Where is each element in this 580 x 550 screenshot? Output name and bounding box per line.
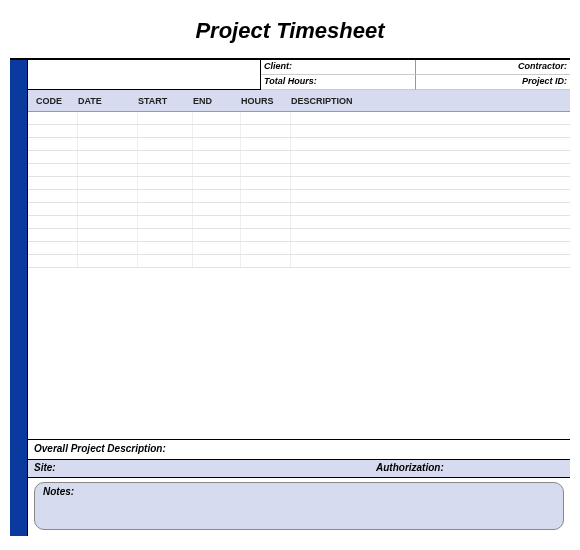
table-row <box>28 242 570 255</box>
table-row <box>28 229 570 242</box>
notes-wrap: Notes: <box>28 478 570 536</box>
cell-code <box>28 190 78 202</box>
cell-hours <box>241 138 291 150</box>
project-id-label: Project ID: <box>416 75 571 90</box>
client-label: Client: <box>261 60 416 75</box>
cell-date <box>78 112 138 124</box>
cell-end <box>193 138 241 150</box>
cell-desc <box>291 190 570 202</box>
cell-end <box>193 190 241 202</box>
cell-date <box>78 138 138 150</box>
info-row: Client: Contractor: Total Hours: Project… <box>28 60 570 90</box>
cell-hours <box>241 190 291 202</box>
cell-desc <box>291 203 570 215</box>
notes-box: Notes: <box>34 482 564 530</box>
cell-desc <box>291 255 570 267</box>
cell-desc <box>291 164 570 176</box>
cell-date <box>78 242 138 254</box>
left-accent-bar <box>10 60 28 536</box>
notes-label: Notes: <box>43 486 74 497</box>
cell-code <box>28 255 78 267</box>
cell-desc <box>291 138 570 150</box>
table-row <box>28 190 570 203</box>
cell-end <box>193 216 241 228</box>
cell-desc <box>291 242 570 254</box>
col-header-date: DATE <box>78 96 138 106</box>
page-title: Project Timesheet <box>0 0 580 58</box>
cell-code <box>28 229 78 241</box>
cell-hours <box>241 242 291 254</box>
cell-end <box>193 229 241 241</box>
table-row <box>28 203 570 216</box>
info-cells: Client: Contractor: Total Hours: Project… <box>260 60 570 89</box>
main-area: Client: Contractor: Total Hours: Project… <box>28 60 570 536</box>
cell-start <box>138 203 193 215</box>
cell-date <box>78 216 138 228</box>
cell-start <box>138 242 193 254</box>
cell-hours <box>241 203 291 215</box>
cell-code <box>28 203 78 215</box>
cell-code <box>28 164 78 176</box>
col-header-start: START <box>138 96 193 106</box>
info-spacer <box>28 60 260 89</box>
col-header-description: DESCRIPTION <box>291 96 570 106</box>
cell-end <box>193 255 241 267</box>
cell-code <box>28 242 78 254</box>
cell-start <box>138 151 193 163</box>
cell-date <box>78 177 138 189</box>
total-hours-label: Total Hours: <box>261 75 416 90</box>
cell-desc <box>291 177 570 189</box>
cell-end <box>193 151 241 163</box>
contractor-label: Contractor: <box>416 60 571 75</box>
cell-end <box>193 177 241 189</box>
data-grid <box>28 112 570 440</box>
cell-code <box>28 138 78 150</box>
table-row <box>28 125 570 138</box>
cell-code <box>28 151 78 163</box>
table-row <box>28 177 570 190</box>
table-row <box>28 216 570 229</box>
table-row <box>28 164 570 177</box>
cell-start <box>138 190 193 202</box>
cell-desc <box>291 229 570 241</box>
cell-code <box>28 216 78 228</box>
cell-desc <box>291 125 570 137</box>
cell-hours <box>241 229 291 241</box>
cell-end <box>193 125 241 137</box>
cell-date <box>78 151 138 163</box>
cell-end <box>193 203 241 215</box>
table-row <box>28 151 570 164</box>
col-header-end: END <box>193 96 241 106</box>
cell-date <box>78 255 138 267</box>
overall-description-label: Overall Project Description: <box>28 440 570 460</box>
cell-start <box>138 255 193 267</box>
authorization-label: Authorization: <box>370 460 570 477</box>
cell-start <box>138 112 193 124</box>
column-header-row: CODE DATE START END HOURS DESCRIPTION <box>28 90 570 112</box>
cell-desc <box>291 216 570 228</box>
cell-date <box>78 203 138 215</box>
cell-hours <box>241 151 291 163</box>
cell-hours <box>241 255 291 267</box>
cell-desc <box>291 112 570 124</box>
cell-desc <box>291 151 570 163</box>
cell-date <box>78 229 138 241</box>
site-auth-row: Site: Authorization: <box>28 460 570 478</box>
cell-date <box>78 190 138 202</box>
col-header-code: CODE <box>28 96 78 106</box>
cell-hours <box>241 177 291 189</box>
cell-start <box>138 216 193 228</box>
cell-date <box>78 125 138 137</box>
col-header-hours: HOURS <box>241 96 291 106</box>
cell-end <box>193 112 241 124</box>
cell-start <box>138 164 193 176</box>
cell-hours <box>241 216 291 228</box>
table-row <box>28 255 570 268</box>
cell-code <box>28 125 78 137</box>
cell-hours <box>241 164 291 176</box>
cell-start <box>138 138 193 150</box>
cell-start <box>138 125 193 137</box>
cell-hours <box>241 125 291 137</box>
cell-code <box>28 112 78 124</box>
cell-hours <box>241 112 291 124</box>
